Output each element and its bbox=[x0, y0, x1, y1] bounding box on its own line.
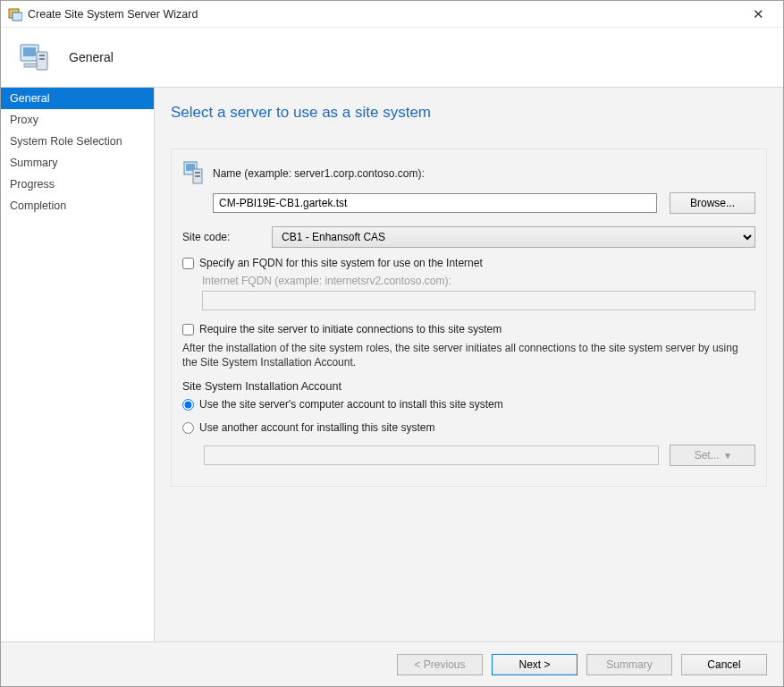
sitecode-label: Site code: bbox=[182, 231, 272, 243]
app-icon bbox=[8, 7, 22, 21]
server-icon bbox=[182, 160, 206, 187]
name-label: Name (example: server1.corp.contoso.com)… bbox=[213, 167, 425, 180]
radio-other-account[interactable] bbox=[182, 422, 194, 434]
page-heading: Select a server to use as a site system bbox=[171, 104, 767, 122]
previous-button: < Previous bbox=[397, 654, 483, 675]
wizard-body: General Proxy System Role Selection Summ… bbox=[1, 87, 783, 641]
server-header-icon bbox=[17, 39, 53, 75]
content-area: Select a server to use as a site system … bbox=[155, 88, 783, 641]
wizard-header: General bbox=[1, 28, 783, 87]
internet-fqdn-input bbox=[202, 291, 755, 310]
svg-rect-5 bbox=[39, 55, 45, 56]
svg-rect-12 bbox=[195, 175, 200, 177]
internet-fqdn-label: Internet FQDN (example: internetsrv2.con… bbox=[202, 275, 755, 287]
header-step-label: General bbox=[69, 50, 114, 64]
require-checkbox-label: Require the site server to initiate conn… bbox=[199, 323, 502, 335]
bottom-button-bar: < Previous Next > Summary Cancel bbox=[1, 641, 783, 686]
sidebar-item-general[interactable]: General bbox=[1, 88, 154, 109]
wizard-window: Create Site System Server Wizard ✕ Gener… bbox=[0, 0, 784, 687]
radio-computer-account-label: Use the site server's computer account t… bbox=[199, 398, 503, 411]
sidebar-item-completion[interactable]: Completion bbox=[1, 195, 154, 216]
require-note: After the installation of the site syste… bbox=[182, 341, 755, 369]
chevron-down-icon: ▾ bbox=[725, 449, 730, 462]
radio-computer-account[interactable] bbox=[182, 399, 194, 411]
sidebar-item-summary[interactable]: Summary bbox=[1, 152, 154, 174]
window-title: Create Site System Server Wizard bbox=[28, 8, 198, 21]
svg-rect-3 bbox=[23, 47, 36, 56]
account-input bbox=[204, 445, 659, 465]
sidebar: General Proxy System Role Selection Summ… bbox=[1, 88, 155, 641]
sidebar-item-progress[interactable]: Progress bbox=[1, 174, 154, 195]
set-button: Set... ▾ bbox=[670, 445, 755, 466]
fqdn-checkbox-label: Specify an FQDN for this site system for… bbox=[199, 257, 483, 269]
form-panel: Name (example: server1.corp.contoso.com)… bbox=[171, 148, 767, 487]
sidebar-item-proxy[interactable]: Proxy bbox=[1, 109, 154, 131]
sidebar-item-system-role-selection[interactable]: System Role Selection bbox=[1, 131, 154, 152]
titlebar: Create Site System Server Wizard ✕ bbox=[1, 1, 783, 28]
next-button[interactable]: Next > bbox=[492, 654, 577, 675]
fqdn-checkbox[interactable] bbox=[182, 258, 194, 269]
svg-rect-1 bbox=[13, 13, 22, 21]
summary-button: Summary bbox=[586, 654, 672, 675]
svg-rect-6 bbox=[39, 58, 45, 60]
svg-rect-11 bbox=[195, 172, 200, 174]
svg-rect-7 bbox=[24, 64, 37, 67]
close-icon[interactable]: ✕ bbox=[740, 6, 776, 22]
server-name-input[interactable] bbox=[213, 193, 657, 213]
install-account-group-label: Site System Installation Account bbox=[182, 380, 755, 393]
require-checkbox[interactable] bbox=[182, 324, 194, 335]
cancel-button[interactable]: Cancel bbox=[681, 654, 767, 675]
radio-other-account-label: Use another account for installing this … bbox=[199, 421, 434, 434]
sitecode-select[interactable]: CB1 - Enhansoft CAS bbox=[272, 226, 755, 248]
browse-button[interactable]: Browse... bbox=[670, 192, 755, 214]
